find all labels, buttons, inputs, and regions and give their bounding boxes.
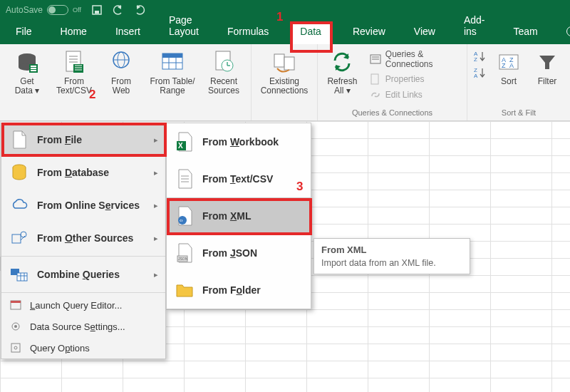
annotation-label-3: 3 [296,180,303,194]
svg-point-46 [21,232,26,237]
from-web-button[interactable]: From Web [100,48,142,97]
edit-links-button: Edit Links [368,88,461,101]
properties-label: Properties [385,74,425,84]
recent-sources-button[interactable]: Recent Sources [202,48,245,97]
svg-rect-1 [95,11,99,14]
menu-combine-queries[interactable]: Combine Queries [1,258,165,291]
get-data-button[interactable]: Get Data ▾ [6,48,48,97]
menu-from-database[interactable]: From Database [1,156,165,189]
tab-review[interactable]: Review [347,21,391,44]
tab-page-layout[interactable]: Page Layout [163,10,204,44]
menu-from-online-services[interactable]: From Online Services [1,189,165,222]
menu-from-online-label: From Online Services [37,200,140,211]
submenu-from-workbook[interactable]: X From Workbook [167,123,311,160]
json-icon: JSON [175,244,194,262]
tab-formulas[interactable]: Formulas [222,21,274,44]
queries-connections-label: Queries & Connections [385,49,460,69]
folder-icon [175,281,194,299]
sort-asc-icon[interactable]: AZ [473,50,487,65]
menu-launch-query-editor[interactable]: Launch Query Editor... [1,294,165,316]
ribbon-tabstrip: File Home Insert Page Layout Formulas Da… [0,20,570,44]
menu-divider-2 [1,292,165,293]
svg-text:Z: Z [474,56,477,63]
undo-icon[interactable] [113,4,124,16]
tell-me[interactable]: Te [561,21,570,44]
editor-icon [10,299,23,311]
svg-rect-34 [371,74,378,84]
submenu-from-json[interactable]: JSON From JSON [167,234,311,272]
from-table-range-button[interactable]: From Table/ Range [147,48,198,97]
svg-rect-6 [31,66,36,67]
submenu-from-xml-label: From XML [202,210,251,222]
menu-from-other-label: From Other Sources [37,232,133,244]
recent-sources-label: Recent Sources [208,77,239,96]
database-icon [10,165,28,180]
autosave-label: AutoSave [6,5,43,15]
toggle-off-icon [47,5,68,15]
redo-icon[interactable] [134,4,145,16]
annotation-label-2: 2 [89,88,95,102]
cloud-icon [10,197,28,213]
sort-button[interactable]: AZZA Sort [492,48,526,88]
table-icon [160,50,185,74]
menu-combine-label: Combine Queries [37,269,120,280]
list-icon [370,53,381,65]
tab-insert[interactable]: Insert [110,21,146,44]
save-icon[interactable] [91,4,103,16]
from-textcsv-label: From Text/CSV [56,77,92,96]
annotation-label-1: 1 [276,10,283,24]
autosave-toggle[interactable]: AutoSave Off [6,5,81,15]
svg-text:Z: Z [502,62,506,69]
submenu-from-workbook-label: From Workbook [202,136,279,148]
links-icon [370,89,381,100]
tab-team[interactable]: Team [507,21,543,44]
sort-desc-icon[interactable]: ZA [473,66,487,81]
svg-rect-56 [11,344,20,352]
ribbon-group-sort-filter: AZ ZA AZZA Sort Filter Sort & Filt [467,44,570,120]
submenu-from-folder[interactable]: From Folder [167,272,311,309]
group-label-sort: Sort & Filt [473,107,564,119]
menu-from-other-sources[interactable]: From Other Sources [1,222,165,254]
from-table-range-label: From Table/ Range [150,77,195,96]
tab-home[interactable]: Home [55,21,93,44]
tooltip-from-xml: From XML Import data from an XML file. [314,238,470,274]
filter-button[interactable]: Filter [530,48,564,88]
get-data-icon [15,50,39,74]
refresh-all-label: Refresh All ▾ [327,77,357,96]
recent-icon [212,50,236,74]
tab-data[interactable]: Data [291,21,330,44]
submenu-from-textcsv[interactable]: From Text/CSV [167,160,311,197]
queries-connections-button[interactable]: Queries & Connections [368,48,461,70]
tab-view[interactable]: View [408,21,441,44]
submenu-from-xml[interactable]: ‹› From XML [167,197,311,234]
tab-file[interactable]: File [10,21,38,44]
menu-query-options[interactable]: Query Options [1,337,165,359]
ribbon-group-existing: Existing Connections [252,44,318,120]
tooltip-title: From XML [321,244,462,255]
submenu-from-folder-label: From Folder [202,284,261,296]
filter-icon [535,50,559,74]
connections-icon [272,50,296,74]
svg-text:X: X [178,142,183,150]
sort-label: Sort [501,77,517,86]
menu-data-source-settings[interactable]: Data Source Settings... [1,316,165,337]
svg-rect-21 [162,53,182,58]
menu-launch-editor-label: Launch Query Editor... [30,300,122,311]
refresh-all-button[interactable]: Refresh All ▾ [323,48,361,101]
svg-text:JSON: JSON [178,257,188,261]
filter-label: Filter [538,77,557,86]
svg-rect-8 [31,70,36,71]
svg-text:A: A [509,62,514,69]
menu-from-file[interactable]: From File [1,123,165,156]
group-label-get-transform [6,115,245,119]
existing-connections-button[interactable]: Existing Connections [257,48,311,97]
svg-rect-7 [31,68,36,69]
edit-links-label: Edit Links [385,90,423,100]
submenu-from-textcsv-label: From Text/CSV [202,173,273,185]
svg-rect-53 [11,301,21,303]
lightbulb-icon [566,26,570,36]
tab-addins[interactable]: Add-ins [458,10,491,44]
file-text-icon [62,50,86,74]
svg-text:A: A [474,73,478,79]
svg-rect-48 [17,273,27,281]
